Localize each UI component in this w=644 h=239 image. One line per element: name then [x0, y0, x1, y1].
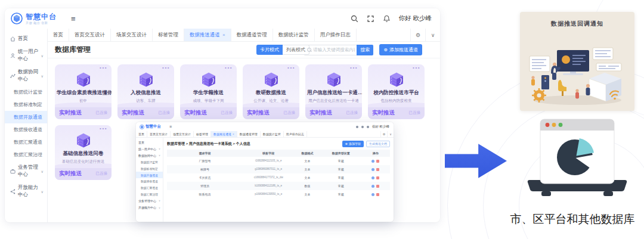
sidebar-item-data-open-channel[interactable]: 数据开放通道 [136, 172, 163, 178]
tab-home[interactable]: 首页 [136, 131, 147, 137]
fullscreen-icon[interactable] [361, 126, 364, 128]
mini-app-logo: 智慧中台 [140, 124, 161, 129]
tab-user-logs[interactable]: 用户操作日志 [284, 131, 307, 137]
card-more-icon[interactable]: ••• [413, 65, 420, 70]
tab-settings-gear-icon[interactable]: ⚙ [410, 29, 425, 41]
chevron-down-icon: ∨ [159, 154, 160, 157]
sidebar-item-data-aggregate[interactable]: 数据汇聚通道 [5, 136, 47, 148]
search-button[interactable]: 搜索 [357, 45, 373, 55]
sidebar-item-data-open-channel[interactable]: 数据开放通道 [5, 111, 47, 123]
tab-list-chevron-icon[interactable]: ∨ [387, 131, 394, 137]
card-mode-button[interactable]: 卡片模式 [256, 45, 283, 55]
tab-label-manage[interactable]: 标签管理 [153, 29, 184, 41]
close-icon[interactable]: × [222, 32, 225, 38]
card-more-icon[interactable]: ••• [100, 65, 107, 70]
edit-icon[interactable] [371, 193, 374, 196]
list-mode-button[interactable]: 列表模式 [283, 45, 309, 55]
push-channel-card[interactable]: ••• 用户信息推送给一卡通… 用户信息变化后推送给一卡通 实时推送 已连接 [305, 64, 362, 119]
sidebar-group-user-center[interactable]: 统一用户中心 ∨ [5, 45, 47, 66]
tab-scene-design[interactable]: 场景交互设计 [171, 131, 194, 137]
sidebar-item-data-receive[interactable]: 数据接收通道 [5, 123, 47, 136]
push-status: 实时推送 [372, 109, 395, 117]
tab-data-stats-monitor[interactable]: 数据统计监管 [273, 29, 315, 41]
push-channel-card[interactable]: ••• 入校信息推送 访客、车牌 实时推送 已连接 [117, 64, 174, 119]
card-title: 校内防控推送市平台 [368, 89, 425, 97]
hamburger-menu-icon[interactable]: ≡ [169, 125, 172, 129]
close-icon[interactable]: × [233, 133, 234, 136]
tab-home-design[interactable]: 首页交互设计 [69, 29, 111, 41]
sidebar-item-home[interactable]: 首页 [136, 139, 163, 145]
search-box [304, 45, 357, 55]
card-title: 学生学籍推送 [180, 89, 237, 97]
push-channel-card[interactable]: ••• 基础信息推送问卷 基础信息变化时进行推送 实时推送 已连接 [55, 125, 112, 180]
sidebar-group-data-collab[interactable]: 数据协同中心∨ [136, 152, 163, 159]
database-icon [73, 133, 94, 148]
database-icon [73, 72, 94, 88]
user-greeting[interactable]: 你好 欧少峰 [399, 14, 432, 23]
sidebar-item-data-standard[interactable]: 数据标准制定 [136, 165, 163, 172]
edit-icon[interactable] [371, 168, 374, 171]
database-icon [136, 72, 156, 88]
tab-settings-gear-icon[interactable]: ⚙ [380, 131, 387, 137]
connection-badge: 已连接 [96, 171, 108, 176]
notification-bell-icon[interactable] [367, 126, 369, 128]
sidebar-group-business-center[interactable]: 业务管理中心∨ [136, 197, 163, 204]
add-field-button[interactable]: ⊕ 添加字段 [342, 141, 364, 147]
sidebar-group-business-center[interactable]: 业务管理中心 ∨ [5, 161, 47, 181]
search-icon[interactable] [356, 126, 358, 128]
plus-icon: ⊕ [345, 142, 348, 145]
delete-icon[interactable] [376, 176, 379, 179]
search-input[interactable] [313, 47, 355, 52]
fullscreen-icon[interactable] [367, 15, 374, 23]
sidebar-item-data-stats[interactable]: 数据统计监管 [5, 86, 47, 98]
sidebar-item-data-receive[interactable]: 数据接收通道 [136, 178, 163, 185]
notification-bell-icon[interactable] [383, 15, 391, 23]
sidebar-item-home[interactable]: 首页 [5, 32, 47, 45]
chevron-down-icon: ∨ [159, 147, 160, 150]
tab-home[interactable]: 首页 [48, 29, 69, 41]
tab-data-channel-manage[interactable]: 数据通道管理 [231, 29, 273, 41]
add-push-channel-button[interactable]: ⊕ 添加推送通道 [379, 44, 422, 55]
tab-data-push-channel[interactable]: 数据推送通道 × [184, 29, 231, 41]
sidebar-item-data-aggregate[interactable]: 数据汇聚通道 [136, 185, 163, 191]
delete-icon[interactable] [376, 185, 379, 188]
sidebar-group-open-capability[interactable]: 开放能力中心 ∨ [5, 181, 47, 201]
push-channel-card[interactable]: ••• 校内防控推送市平台 包括校内防疫检查 实时推送 已连接 [368, 64, 425, 119]
connection-badge: 已连接 [221, 110, 233, 116]
tab-scene-design[interactable]: 场景交互设计 [111, 29, 153, 41]
tab-data-push-channel[interactable]: 数据推送通道 × [211, 131, 237, 137]
generate-push-doc-button[interactable]: 生成推送文档 [366, 141, 390, 147]
tab-home-design[interactable]: 首页交互设计 [147, 131, 171, 137]
tab-list-chevron-icon[interactable]: ∨ [425, 29, 440, 41]
search-icon[interactable] [351, 15, 358, 23]
tab-data-stats-monitor[interactable]: 数据统计监管 [261, 131, 284, 137]
sidebar-group-data-collab[interactable]: 数据协同中心 ∨ [5, 66, 47, 86]
card-more-icon[interactable]: ••• [287, 65, 295, 70]
delete-icon[interactable] [376, 160, 379, 163]
delete-icon[interactable] [376, 193, 379, 196]
card-more-icon[interactable]: ••• [162, 65, 170, 70]
tab-label-manage[interactable]: 标签管理 [194, 131, 211, 137]
edit-icon[interactable] [371, 160, 374, 163]
push-channel-card[interactable]: ••• 教研数据推送 公开课、论文、论著 实时推送 已连接 [243, 64, 299, 119]
card-more-icon[interactable]: ••• [225, 65, 233, 70]
card-more-icon[interactable]: ••• [100, 126, 107, 131]
edit-icon[interactable] [371, 185, 374, 188]
hamburger-menu-icon[interactable]: ≡ [71, 14, 76, 23]
tab-user-logs[interactable]: 用户操作日志 [315, 29, 357, 41]
sidebar-group-open-capability[interactable]: 开放能力中心∨ [136, 204, 163, 210]
sidebar-group-user-center[interactable]: 统一用户中心∨ [136, 145, 163, 152]
sidebar-item-data-standard[interactable]: 数据标准制定 [5, 98, 47, 111]
sidebar-item-data-stats[interactable]: 数据统计监管 [136, 159, 163, 166]
sidebar-item-data-governance[interactable]: 数据汇聚治理 [136, 191, 163, 197]
push-channel-card[interactable]: ••• 学生综合素质表推送懂你 初中 实时推送 已连接 [55, 64, 112, 119]
tab-data-channel-manage[interactable]: 数据通道管理 [237, 131, 261, 137]
card-more-icon[interactable]: ••• [350, 65, 358, 70]
delete-icon[interactable] [376, 168, 379, 171]
callback-notice-card: 数据推送回调通知 [520, 12, 634, 111]
sidebar-item-data-governance[interactable]: 数据汇聚治理 [5, 148, 47, 161]
table-row: 卡片状态 c1660884177372_ts_dw 文本 常规 [167, 173, 390, 182]
push-channel-card[interactable]: ••• 学生学籍推送 成绩、学籍卡下周 实时推送 已连接 [180, 64, 237, 119]
app-subtitle: 开放·融合·创新 [26, 21, 57, 24]
edit-icon[interactable] [371, 176, 374, 179]
